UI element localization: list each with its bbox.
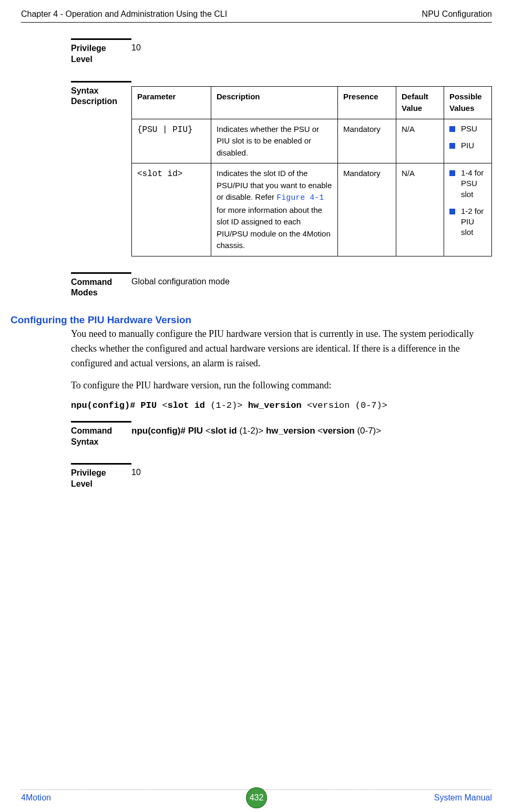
privilege-level-value: 10 [131,463,492,490]
list-item: PSU [449,124,486,134]
cmd-token: <version (0-7)> [307,400,387,410]
syntax-description-label: Syntax Description [71,81,131,256]
privilege-level-block: Privilege Level 10 [71,463,492,490]
page-badge: 432 [246,787,267,808]
figure-reference-link[interactable]: Figure 4-1 [276,193,324,202]
cmd-token: version [323,426,357,436]
th-presence: Presence [338,86,396,119]
privilege-level-block: Privilege Level 10 [71,38,492,65]
page-header: Chapter 4 - Operation and Administration… [21,0,492,23]
cmd-token: < [206,426,211,436]
command-modes-label: Command Modes [71,272,131,299]
table-row: {PSU | PIU} Indicates whether the PSU or… [132,119,492,163]
body-paragraph: You need to manually configure the PIU h… [71,327,492,371]
command-syntax-block: Command Syntax npu(config)# PIU <slot id… [71,421,492,448]
page-footer: 4Motion 432 System Manual [21,789,492,803]
cmd-token: hw_version [248,400,307,410]
cmd-token: (0-7)> [357,426,381,436]
cmd-token: < [317,426,323,436]
cmd-token: hw_version [266,426,317,436]
header-right: NPU Configuration [422,9,492,19]
cmd-token: slot id [211,426,240,436]
footer-left: 4Motion [21,793,51,803]
syntax-description-block: Syntax Description Parameter Description… [71,81,492,256]
th-possible: Possible Values [444,86,492,119]
footer-right: System Manual [434,793,492,803]
list-item: 1-2 for PIU slot [449,206,486,238]
section-title: Configuring the PIU Hardware Version [11,314,191,327]
cell-description: Indicates the slot ID of the PSU/PIU tha… [211,163,338,256]
desc-text-post: for more information about the slot ID a… [217,205,331,250]
table-row: <slot id> Indicates the slot ID of the P… [132,163,492,256]
table-header-row: Parameter Description Presence Default V… [132,86,492,119]
th-default: Default Value [396,86,444,119]
cell-description: Indicates whether the PSU or PIU slot is… [211,119,338,163]
cmd-token: slot id [168,400,211,410]
privilege-level-label: Privilege Level [71,463,131,490]
th-description: Description [211,86,338,119]
privilege-level-label: Privilege Level [71,38,131,65]
command-syntax-value: npu(config)# PIU <slot id (1-2)> hw_vers… [131,421,492,448]
cell-default: N/A [396,119,444,163]
section-heading: 4.3.14.1.2 Configuring the PIU Hardware … [11,314,492,327]
cmd-token: npu(config)# PIU [131,426,206,436]
cmd-token: (1-2)> [239,426,266,436]
cell-default: N/A [396,163,444,256]
list-item: 1-4 for PSU slot [449,168,486,200]
privilege-level-value: 10 [131,38,492,65]
cmd-token: (1-2)> [210,400,248,410]
body-paragraph: To configure the PIU hardware version, r… [71,378,492,393]
command-syntax-label: Command Syntax [71,421,131,448]
section-number: 4.3.14.1.2 [0,314,11,327]
syntax-table: Parameter Description Presence Default V… [131,86,492,256]
cell-parameter: {PSU | PIU} [132,119,211,163]
list-item: PIU [449,140,486,151]
cmd-token: < [162,400,167,410]
th-parameter: Parameter [132,86,211,119]
command-modes-block: Command Modes Global configuration mode [71,272,492,299]
header-left: Chapter 4 - Operation and Administration… [21,9,227,19]
cell-possible: PSU PIU [444,119,492,163]
cmd-token: npu(config)# PIU [71,400,162,410]
cell-possible: 1-4 for PSU slot 1-2 for PIU slot [444,163,492,256]
cell-parameter: <slot id> [132,163,211,256]
command-line: npu(config)# PIU <slot id (1-2)> hw_vers… [71,400,492,410]
cell-presence: Mandatory [338,163,396,256]
footer-page-number: 432 [246,787,267,808]
command-modes-value: Global configuration mode [131,272,492,299]
cell-presence: Mandatory [338,119,396,163]
